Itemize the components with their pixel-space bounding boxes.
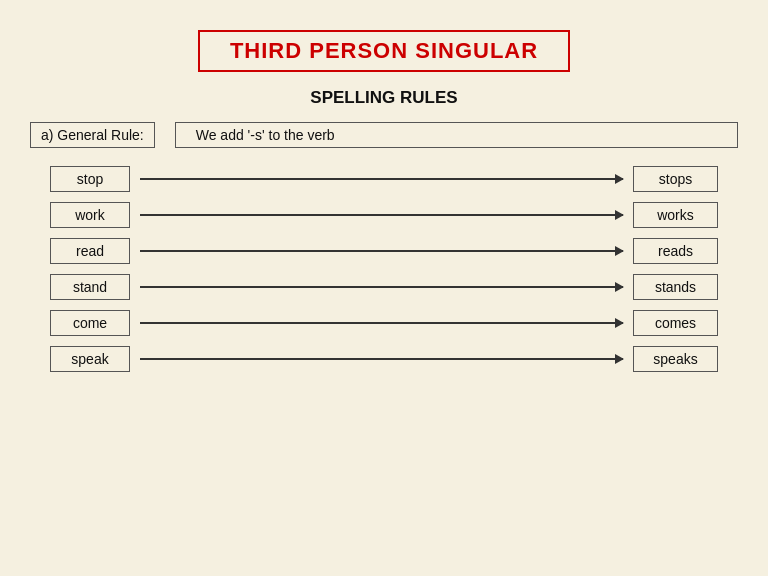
arrow-container <box>140 250 623 252</box>
arrow-line <box>140 358 623 360</box>
verb-base: work <box>50 202 130 228</box>
arrow-container <box>140 322 623 324</box>
title-box: THIRD PERSON SINGULAR <box>198 30 570 72</box>
general-rule-row: a) General Rule: We add '-s' to the verb <box>30 122 738 148</box>
arrow-container <box>140 358 623 360</box>
arrow-line <box>140 214 623 216</box>
verb-result: stands <box>633 274 718 300</box>
arrow-line <box>140 250 623 252</box>
arrow-line <box>140 322 623 324</box>
arrow-line <box>140 286 623 288</box>
verb-row: stopstops <box>50 166 718 192</box>
verb-result: stops <box>633 166 718 192</box>
verb-result: works <box>633 202 718 228</box>
arrow-container <box>140 214 623 216</box>
spelling-rules-heading: SPELLING RULES <box>310 88 457 108</box>
verb-row: speakspeaks <box>50 346 718 372</box>
verb-base: speak <box>50 346 130 372</box>
verb-base: read <box>50 238 130 264</box>
arrow-container <box>140 178 623 180</box>
verb-base: stand <box>50 274 130 300</box>
page-title: THIRD PERSON SINGULAR <box>230 38 538 63</box>
verb-row: readreads <box>50 238 718 264</box>
verb-result: speaks <box>633 346 718 372</box>
verb-row: standstands <box>50 274 718 300</box>
verb-result: reads <box>633 238 718 264</box>
verb-base: stop <box>50 166 130 192</box>
verb-row: workworks <box>50 202 718 228</box>
arrow-container <box>140 286 623 288</box>
arrow-line <box>140 178 623 180</box>
verbs-section: stopstopsworkworksreadreadsstandstandsco… <box>30 166 738 372</box>
verb-base: come <box>50 310 130 336</box>
verb-row: comecomes <box>50 310 718 336</box>
general-rule-value: We add '-s' to the verb <box>175 122 738 148</box>
general-rule-label: a) General Rule: <box>30 122 155 148</box>
verb-result: comes <box>633 310 718 336</box>
